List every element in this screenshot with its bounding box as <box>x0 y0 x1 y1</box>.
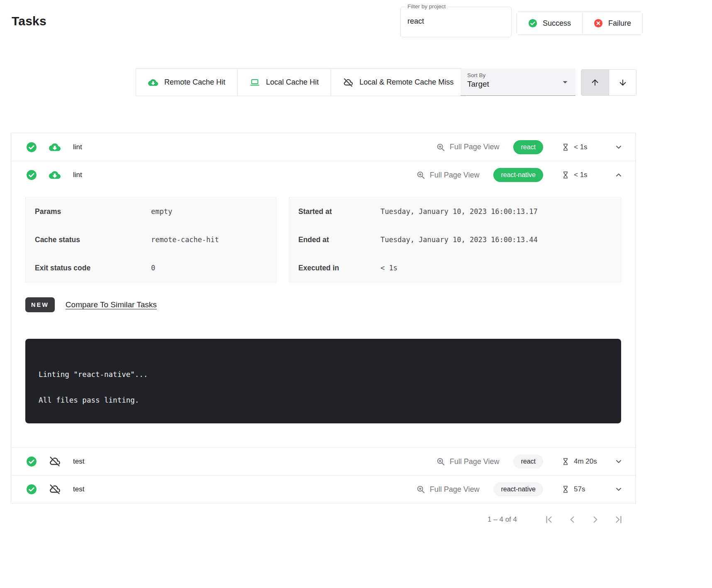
remote-cache-hit-icon <box>148 78 158 87</box>
compare-to-similar-tasks-link[interactable]: Compare To Similar Tasks <box>66 300 157 309</box>
remote-cache-hit-icon <box>49 141 61 153</box>
success-status-icon <box>26 170 37 180</box>
full-page-view-label: Full Page View <box>430 171 480 180</box>
pagination-range-label: 1 – 4 of 4 <box>488 515 517 524</box>
last-page-icon[interactable] <box>613 514 624 525</box>
zoom-in-icon <box>436 143 445 152</box>
task-row-lint-react[interactable]: lint Full Page View react < 1s <box>11 133 635 161</box>
new-badge: NEW <box>25 297 55 312</box>
terminal-line: All files pass linting. <box>39 396 608 404</box>
success-filter-button[interactable]: Success <box>517 12 582 34</box>
success-status-icon <box>26 484 37 495</box>
hourglass-icon <box>561 485 570 493</box>
task-timing-card: Started at Tuesday, January 10, 2023 16:… <box>289 197 621 282</box>
full-page-view-label: Full Page View <box>450 143 500 151</box>
task-row-lint-react-native[interactable]: lint Full Page View react-native < 1s <box>11 161 635 189</box>
full-page-view-label: Full Page View <box>430 485 480 494</box>
project-badge: react-native <box>493 168 543 182</box>
zoom-in-icon <box>416 170 425 180</box>
hourglass-icon <box>561 457 570 466</box>
local-cache-hit-label: Local Cache Hit <box>266 78 319 87</box>
failure-icon <box>594 19 603 28</box>
task-params-card: Params empty Cache status remote-cache-h… <box>25 197 276 282</box>
success-filter-label: Success <box>543 19 571 28</box>
project-filter-field[interactable]: Filter by project <box>400 7 512 37</box>
task-target: lint <box>73 171 82 179</box>
hourglass-icon <box>561 171 570 179</box>
sort-by-select[interactable]: Sort By Target <box>461 68 575 96</box>
full-page-view-button[interactable]: Full Page View <box>436 143 500 152</box>
params-value: empty <box>151 207 172 216</box>
success-status-icon <box>26 142 37 153</box>
terminal-line: Linting "react-native"... <box>39 370 608 379</box>
task-duration: 57s <box>561 485 614 493</box>
page-title: Tasks <box>12 14 46 28</box>
full-page-view-button[interactable]: Full Page View <box>416 170 480 180</box>
cache-miss-icon <box>49 456 61 467</box>
task-details-panel: Params empty Cache status remote-cache-h… <box>11 189 635 447</box>
task-list: lint Full Page View react < 1s lint Full… <box>11 133 636 503</box>
executed-in-value: < 1s <box>380 264 397 272</box>
success-status-icon <box>26 456 37 467</box>
task-row-test-react[interactable]: test Full Page View react 4m 20s <box>11 447 635 475</box>
exit-status-code-value: 0 <box>151 264 155 272</box>
chevron-up-icon[interactable] <box>614 171 623 179</box>
zoom-in-icon <box>416 485 425 494</box>
cache-status-label: Cache status <box>35 236 151 244</box>
remote-cache-hit-icon <box>49 169 61 181</box>
task-duration-value: 4m 20s <box>574 457 597 466</box>
params-label: Params <box>35 207 151 216</box>
remote-cache-hit-filter-button[interactable]: Remote Cache Hit <box>136 69 237 96</box>
sort-direction-group <box>581 69 636 96</box>
first-page-icon[interactable] <box>544 514 554 525</box>
page-header: Tasks Filter by project Success Failure <box>0 0 712 46</box>
remote-cache-hit-label: Remote Cache Hit <box>164 78 225 87</box>
chevron-down-icon[interactable] <box>614 143 623 151</box>
sort-by-value: Target <box>467 80 569 89</box>
prev-page-icon[interactable] <box>567 514 578 525</box>
zoom-in-icon <box>436 457 445 466</box>
task-duration-value: 57s <box>574 485 585 493</box>
status-filter-group: Success Failure <box>517 12 643 35</box>
project-badge: react-native <box>493 482 543 496</box>
started-at-value: Tuesday, January 10, 2023 16:00:13.17 <box>380 207 538 216</box>
cache-miss-label: Local & Remote Cache Miss <box>359 78 454 87</box>
failure-filter-label: Failure <box>608 19 631 28</box>
cache-filter-group: Remote Cache Hit Local Cache Hit Local &… <box>136 68 466 96</box>
sort-descending-button[interactable] <box>609 70 636 95</box>
cache-miss-filter-button[interactable]: Local & Remote Cache Miss <box>331 69 466 96</box>
local-cache-hit-icon <box>250 78 260 87</box>
next-page-icon[interactable] <box>590 514 601 525</box>
task-duration: < 1s <box>561 143 614 151</box>
task-duration: < 1s <box>561 171 614 179</box>
started-at-label: Started at <box>298 207 380 216</box>
sort-by-label: Sort By <box>467 72 569 78</box>
arrow-down-icon <box>618 78 627 87</box>
cache-miss-icon <box>49 484 61 495</box>
exit-status-code-label: Exit status code <box>35 264 151 272</box>
task-duration-value: < 1s <box>574 143 588 151</box>
executed-in-label: Executed in <box>298 264 380 272</box>
chevron-down-icon[interactable] <box>614 457 623 466</box>
success-icon <box>528 19 537 28</box>
sort-ascending-button[interactable] <box>581 70 609 95</box>
hourglass-icon <box>561 143 570 151</box>
ended-at-value: Tuesday, January 10, 2023 16:00:13.44 <box>380 236 538 244</box>
project-filter-label: Filter by project <box>405 3 448 10</box>
local-cache-hit-filter-button[interactable]: Local Cache Hit <box>237 69 331 96</box>
project-badge: react <box>513 140 543 154</box>
failure-filter-button[interactable]: Failure <box>582 12 642 34</box>
task-row-test-react-native[interactable]: test Full Page View react-native 57s <box>11 475 635 503</box>
full-page-view-button[interactable]: Full Page View <box>416 485 480 494</box>
full-page-view-button[interactable]: Full Page View <box>436 457 500 466</box>
terminal-output: Linting "react-native"... All files pass… <box>25 339 621 423</box>
task-duration: 4m 20s <box>561 457 614 466</box>
project-filter-input[interactable] <box>407 17 503 26</box>
task-target: test <box>73 485 84 493</box>
cache-status-value: remote-cache-hit <box>151 236 219 244</box>
task-target: test <box>73 457 84 466</box>
task-duration-value: < 1s <box>574 171 588 179</box>
chevron-down-icon[interactable] <box>614 485 623 493</box>
project-badge: react <box>513 454 543 469</box>
chevron-down-icon <box>560 77 571 87</box>
